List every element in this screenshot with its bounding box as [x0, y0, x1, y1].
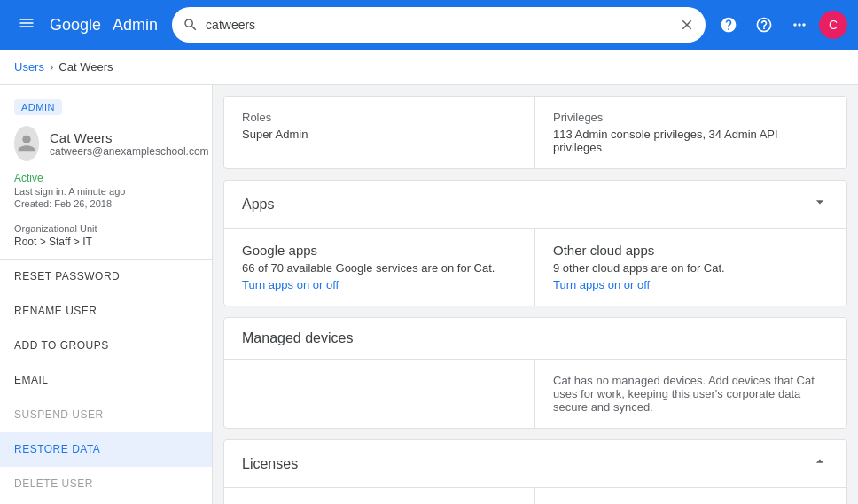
- roles-card: Roles Super Admin Privileges 113 Admin c…: [223, 96, 847, 169]
- help-icon-btn[interactable]: [748, 9, 780, 41]
- user-profile: Cat Weers catweers@anexampleschool.com: [0, 126, 212, 172]
- privileges-label: Privileges: [553, 111, 829, 124]
- managed-devices-description: Cat has no managed devices. Add devices …: [553, 374, 829, 414]
- licenses-header: Licenses: [224, 440, 846, 488]
- other-cloud-desc: 9 other cloud apps are on for Cat.: [553, 261, 829, 275]
- admin-badge: ADMIN: [14, 99, 62, 115]
- user-avatar-btn[interactable]: C: [819, 11, 847, 39]
- licenses-content: 3 licenses assigned G Suite for Educatio…: [224, 488, 846, 504]
- apps-card: Apps Google apps 66 of 70 available Goog…: [223, 180, 847, 306]
- managed-devices-content: Cat has no managed devices. Add devices …: [224, 360, 846, 428]
- logo-admin: Admin: [113, 16, 158, 35]
- roles-col: Roles Super Admin: [224, 97, 535, 168]
- org-unit: Organizational Unit Root > Staff > IT: [0, 216, 212, 260]
- app-header: Google Admin C: [0, 0, 858, 50]
- apps-collapse-icon[interactable]: [811, 193, 829, 215]
- support-icon-btn[interactable]: [713, 9, 745, 41]
- search-icon: [183, 17, 199, 33]
- privileges-value: 113 Admin console privileges, 34 Admin A…: [553, 128, 829, 154]
- sidebar-action-reset-password[interactable]: RESET PASSWORD: [0, 260, 212, 294]
- app-logo: Google Admin: [50, 16, 158, 35]
- content-area: Roles Super Admin Privileges 113 Admin c…: [213, 85, 858, 504]
- org-unit-path: Root > Staff > IT: [14, 236, 198, 248]
- other-cloud-link[interactable]: Turn apps on or off: [553, 278, 829, 291]
- status-active-label: Active: [14, 172, 198, 184]
- licenses-collapse-icon[interactable]: [811, 453, 829, 475]
- breadcrumb-current: Cat Weers: [58, 60, 113, 74]
- roles-label: Roles: [242, 111, 517, 124]
- managed-devices-card: Managed devices Cat has no managed devic…: [223, 317, 847, 429]
- other-cloud-label: Other cloud apps: [553, 243, 829, 258]
- roles-privileges-section: Roles Super Admin Privileges 113 Admin c…: [224, 97, 846, 168]
- apps-card-header: Apps: [224, 181, 846, 229]
- search-clear-icon[interactable]: [679, 17, 695, 33]
- sidebar-action-restore-data[interactable]: RESTORE DATA: [0, 432, 212, 467]
- sidebar-action-add-to-groups[interactable]: ADD TO GROUPS: [0, 329, 212, 363]
- licenses-assigned-col: 3 licenses assigned G Suite for Educatio…: [224, 488, 535, 504]
- managed-devices-empty-col: [224, 360, 535, 428]
- search-input[interactable]: [206, 18, 672, 32]
- other-cloud-col: Other cloud apps 9 other cloud apps are …: [535, 229, 846, 306]
- created-date: Created: Feb 26, 2018: [14, 198, 198, 209]
- sidebar-action-email[interactable]: EMAIL: [0, 363, 212, 398]
- google-apps-col: Google apps 66 of 70 available Google se…: [224, 229, 535, 306]
- google-apps-link[interactable]: Turn apps on or off: [242, 278, 517, 291]
- user-avatar: [14, 126, 39, 161]
- apps-grid-icon-btn[interactable]: [784, 9, 815, 41]
- sidebar: ADMIN Cat Weers catweers@anexampleschool…: [0, 85, 213, 504]
- sidebar-action-delete-user[interactable]: DELETE USER: [0, 467, 212, 501]
- sidebar-action-rename-user[interactable]: RENAME USER: [0, 294, 212, 329]
- apps-content: Google apps 66 of 70 available Google se…: [224, 229, 846, 306]
- search-bar: [172, 7, 706, 43]
- user-email: catweers@anexampleschool.com: [50, 145, 209, 158]
- apps-title: Apps: [242, 197, 274, 213]
- main-layout: ADMIN Cat Weers catweers@anexampleschool…: [0, 85, 858, 504]
- breadcrumb-separator: ›: [50, 60, 53, 74]
- licenses-bill-col: Total estimated monthly bill -: [535, 488, 846, 504]
- user-info: Cat Weers catweers@anexampleschool.com: [50, 130, 209, 158]
- sidebar-action-suspend-user[interactable]: SUSPEND USER: [0, 398, 212, 432]
- roles-value: Super Admin: [242, 128, 517, 141]
- breadcrumb-users-link[interactable]: Users: [14, 60, 44, 74]
- licenses-title: Licenses: [242, 456, 298, 472]
- org-unit-label: Organizational Unit: [14, 223, 198, 234]
- user-status: Active Last sign in: A minute ago Create…: [0, 172, 212, 216]
- header-actions: C: [713, 9, 847, 41]
- licenses-card: Licenses 3 licenses assigned G Suite for…: [223, 439, 847, 504]
- google-apps-desc: 66 of 70 available Google services are o…: [242, 261, 517, 275]
- privileges-col: Privileges 113 Admin console privileges,…: [535, 97, 846, 168]
- user-display-name: Cat Weers: [50, 130, 209, 145]
- google-apps-label: Google apps: [242, 243, 517, 258]
- managed-devices-header: Managed devices: [224, 318, 846, 360]
- logo-google: Google: [50, 16, 101, 35]
- managed-devices-desc-col: Cat has no managed devices. Add devices …: [535, 360, 846, 428]
- last-signin: Last sign in: A minute ago: [14, 186, 198, 197]
- managed-devices-title: Managed devices: [242, 330, 353, 346]
- menu-icon[interactable]: [11, 7, 43, 43]
- breadcrumb: Users › Cat Weers: [0, 50, 858, 85]
